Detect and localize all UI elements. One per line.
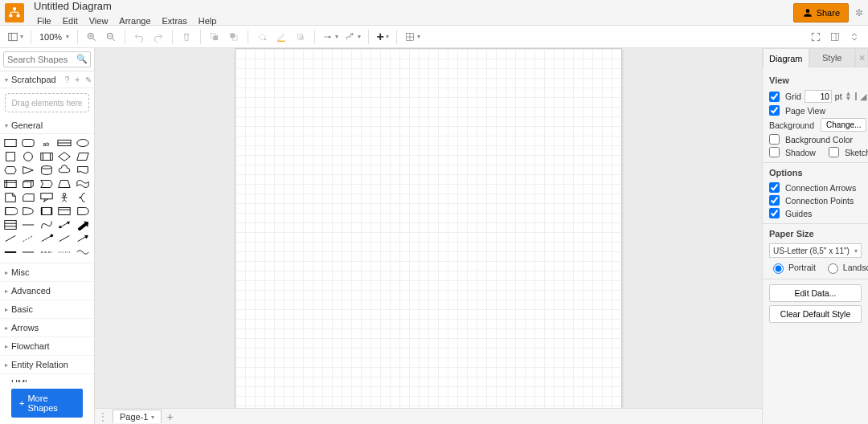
scratchpad-header[interactable]: ▾ Scratchpad ? + ✎ ✕	[0, 71, 94, 88]
menu-extras[interactable]: Extras	[158, 14, 192, 27]
menu-edit[interactable]: Edit	[58, 14, 83, 27]
shape-trapezoid[interactable]	[57, 178, 72, 190]
document-title[interactable]: Untitled Diagram	[32, 0, 793, 14]
shape-or[interactable]	[3, 206, 18, 217]
shape-rect[interactable]	[3, 137, 18, 149]
shape-card[interactable]	[21, 192, 35, 203]
settings-icon[interactable]: ✼	[855, 7, 863, 18]
shape-curve[interactable]	[39, 219, 54, 230]
connection-dropdown[interactable]	[320, 28, 341, 46]
shape-dotted-edge[interactable]	[57, 247, 72, 258]
shadow-button[interactable]	[292, 28, 309, 46]
shape-cloud[interactable]	[57, 165, 72, 176]
shape-link[interactable]	[3, 247, 18, 258]
to-front-button[interactable]	[206, 28, 223, 46]
shape-step[interactable]	[39, 178, 54, 190]
shape-text[interactable]: ab	[39, 137, 54, 149]
grid-size-input[interactable]	[805, 90, 832, 103]
shape-list[interactable]	[3, 219, 18, 230]
papersize-select[interactable]: US-Letter (8,5" x 11")	[769, 243, 862, 258]
more-shapes-button[interactable]: + More Shapes	[11, 389, 83, 418]
shape-rounded-rect[interactable]	[21, 137, 35, 149]
fill-color-button[interactable]	[253, 28, 271, 46]
shape-internal-storage[interactable]	[3, 178, 18, 190]
help-icon[interactable]: ?	[65, 75, 70, 84]
menu-help[interactable]: Help	[194, 14, 222, 27]
edit-data-button[interactable]: Edit Data...	[769, 284, 862, 302]
conn-arrows-checkbox[interactable]	[769, 182, 780, 193]
shape-actor[interactable]	[57, 192, 72, 203]
close-panel-button[interactable]: ✕	[855, 48, 868, 67]
shape-connector[interactable]	[57, 233, 72, 244]
shape-triangle[interactable]	[21, 165, 35, 176]
shape-dashed-line[interactable]	[21, 233, 35, 244]
shape-textbox[interactable]	[57, 137, 72, 149]
to-back-button[interactable]	[225, 28, 243, 46]
shape-arrow-bi[interactable]	[57, 219, 72, 230]
zoom-dropdown[interactable]: 100%	[36, 32, 72, 42]
shape-ellipse[interactable]	[76, 137, 90, 149]
shape-hexagon[interactable]	[3, 165, 18, 176]
shape-diamond[interactable]	[57, 151, 72, 162]
category-flowchart[interactable]: Flowchart	[0, 337, 94, 356]
menu-arrange[interactable]: Arrange	[114, 14, 155, 27]
shape-cylinder[interactable]	[39, 165, 54, 176]
shadow-checkbox[interactable]	[769, 147, 780, 157]
shape-parallelogram[interactable]	[76, 151, 90, 162]
grid-checkbox[interactable]	[769, 92, 780, 102]
shape-delay[interactable]	[76, 206, 90, 217]
view-mode-dropdown[interactable]	[5, 28, 26, 46]
shape-note[interactable]	[3, 192, 18, 203]
shape-data-store[interactable]	[39, 206, 54, 217]
add-icon[interactable]: +	[75, 75, 80, 84]
canvas-scroll[interactable]	[95, 48, 762, 410]
collapse-button[interactable]	[845, 28, 863, 46]
landscape-radio-label[interactable]: Landscape	[824, 261, 868, 274]
category-basic[interactable]: Basic	[0, 300, 94, 319]
shape-arrow-thick[interactable]	[76, 219, 90, 230]
portrait-radio-label[interactable]: Portrait	[769, 261, 816, 274]
bgcolor-checkbox[interactable]	[769, 134, 780, 145]
page-tab-1[interactable]: Page-1 ▾	[113, 410, 162, 423]
diagram-page[interactable]	[235, 48, 622, 410]
category-uml[interactable]: UML	[0, 374, 94, 382]
category-arrows[interactable]: Arrows	[0, 319, 94, 337]
tab-drag-handle[interactable]: ⋮	[98, 411, 108, 422]
add-page-button[interactable]: +	[166, 410, 173, 423]
shape-wave[interactable]	[76, 247, 90, 258]
conn-points-checkbox[interactable]	[769, 195, 780, 206]
shape-and[interactable]	[21, 206, 35, 217]
table-dropdown[interactable]	[402, 28, 423, 46]
shape-thin-line[interactable]	[21, 247, 35, 258]
tab-style[interactable]: Style	[809, 48, 856, 67]
category-advanced[interactable]: Advanced	[0, 282, 94, 300]
grid-step-down[interactable]: ▼	[845, 96, 852, 101]
shape-cube[interactable]	[21, 178, 35, 190]
portrait-radio[interactable]	[773, 263, 784, 274]
zoom-in-button[interactable]	[83, 28, 100, 46]
shape-directional[interactable]	[76, 233, 90, 244]
redo-button[interactable]	[149, 28, 167, 46]
grid-color-picker-icon[interactable]: ◢	[860, 92, 866, 101]
zoom-out-button[interactable]	[102, 28, 120, 46]
grid-color-swatch[interactable]	[855, 92, 857, 100]
tab-diagram[interactable]: Diagram	[763, 48, 809, 67]
shape-hline[interactable]	[21, 219, 35, 230]
guides-checkbox[interactable]	[769, 208, 780, 218]
shape-process[interactable]	[39, 151, 54, 162]
shape-line[interactable]	[3, 233, 18, 244]
edit-icon[interactable]: ✎	[85, 75, 92, 84]
insert-dropdown[interactable]: +	[374, 28, 391, 46]
sketch-checkbox[interactable]	[829, 147, 839, 157]
clear-style-button[interactable]: Clear Default Style	[769, 305, 862, 323]
shape-callout[interactable]	[39, 192, 54, 203]
format-panel-button[interactable]	[826, 28, 844, 46]
delete-button[interactable]	[178, 28, 195, 46]
shape-circle[interactable]	[21, 151, 35, 162]
waypoint-dropdown[interactable]	[342, 28, 363, 46]
shape-square[interactable]	[3, 151, 18, 162]
line-color-button[interactable]	[272, 28, 290, 46]
category-misc[interactable]: Misc	[0, 263, 94, 282]
menu-view[interactable]: View	[84, 14, 113, 27]
pageview-checkbox[interactable]	[769, 105, 780, 116]
